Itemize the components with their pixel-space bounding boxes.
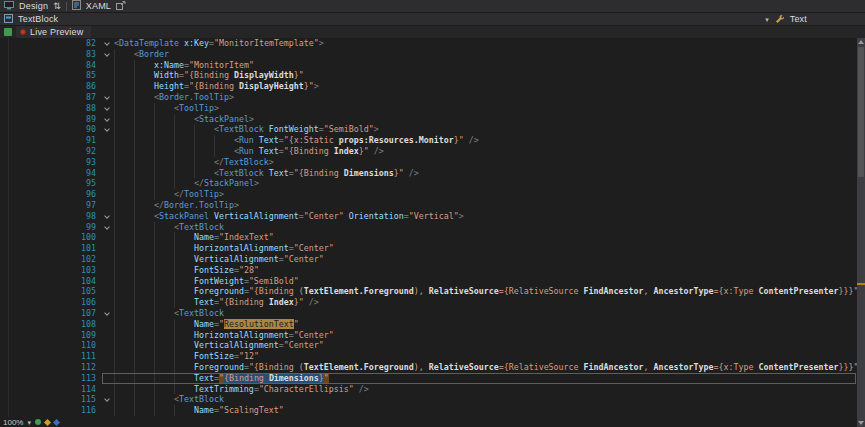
code-line[interactable]: 116Name="ScalingText" bbox=[0, 405, 857, 416]
indent-guides bbox=[114, 243, 194, 254]
fold-gutter bbox=[101, 265, 114, 276]
fold-chevron-icon[interactable] bbox=[101, 124, 114, 135]
code-line[interactable]: 94<TextBlock Text="{Binding Dimensions}"… bbox=[0, 168, 857, 179]
code-token: "Center" bbox=[284, 340, 324, 350]
code-token: VerticalAlignment bbox=[194, 254, 279, 264]
design-tab[interactable]: Design bbox=[19, 1, 48, 11]
code-line[interactable]: 112Foreground="{Binding (TextElement.For… bbox=[0, 362, 857, 373]
code-token: }}}" bbox=[838, 362, 857, 372]
code-text: Foreground="{Binding (TextElement.Foregr… bbox=[114, 362, 857, 373]
code-token: ResolutionText bbox=[224, 319, 294, 329]
fold-chevron-icon[interactable] bbox=[101, 394, 114, 405]
quick-action-label[interactable]: Text bbox=[790, 14, 807, 24]
zoom-dropdown-icon[interactable]: ▾ bbox=[27, 419, 31, 426]
code-token: > bbox=[374, 124, 379, 134]
code-text: <TextBlock bbox=[114, 308, 857, 319]
code-token: }" bbox=[294, 70, 304, 80]
code-token: "{Binding bbox=[184, 70, 234, 80]
fold-chevron-icon[interactable] bbox=[101, 114, 114, 125]
scrollbar-thumb[interactable] bbox=[858, 47, 864, 177]
breadcrumb-element[interactable]: TextBlock bbox=[18, 14, 58, 24]
zoom-level[interactable]: 100% bbox=[3, 418, 23, 427]
code-line[interactable]: 110VerticalAlignment="Center" bbox=[0, 340, 857, 351]
code-text: <Run Text="{x:Static props:Resources.Mon… bbox=[114, 135, 857, 146]
code-line[interactable]: 101HorizontalAlignment="Center" bbox=[0, 243, 857, 254]
code-line[interactable]: 91<Run Text="{x:Static props:Resources.M… bbox=[0, 135, 857, 146]
code-line[interactable]: 114TextTrimming="CharacterEllipsis" /> bbox=[0, 384, 857, 395]
code-text: HorizontalAlignment="Center" bbox=[114, 243, 857, 254]
code-line[interactable]: 109HorizontalAlignment="Center" bbox=[0, 330, 857, 341]
code-token: > bbox=[249, 114, 254, 124]
fold-gutter bbox=[101, 70, 114, 81]
code-line[interactable]: 99<TextBlock bbox=[0, 222, 857, 233]
code-line[interactable]: 102VerticalAlignment="Center" bbox=[0, 254, 857, 265]
code-line[interactable]: 83<Border bbox=[0, 49, 857, 60]
code-token: Width bbox=[154, 70, 179, 80]
code-line[interactable]: 113Text="{Binding Dimensions}" bbox=[0, 373, 857, 384]
fold-chevron-icon[interactable] bbox=[101, 38, 114, 49]
popout-window-icon[interactable] bbox=[116, 1, 126, 12]
xaml-tab[interactable]: XAML bbox=[86, 1, 111, 11]
code-line[interactable]: 107<TextBlock bbox=[0, 308, 857, 319]
code-line[interactable]: 96</ToolTip> bbox=[0, 189, 857, 200]
code-token: TextBlock bbox=[179, 308, 224, 318]
code-token: "MonitorItem" bbox=[189, 60, 254, 70]
code-token: TextBlock bbox=[224, 157, 269, 167]
vertical-scrollbar[interactable] bbox=[857, 38, 865, 427]
code-token: TextElement.Foreground bbox=[304, 362, 414, 372]
fold-chevron-icon[interactable] bbox=[101, 222, 114, 233]
status-yellow-icon[interactable] bbox=[44, 418, 51, 425]
code-line[interactable]: 106Text="{Binding Index}" /> bbox=[0, 297, 857, 308]
code-line[interactable]: 104FontWeight="SemiBold" bbox=[0, 276, 857, 287]
code-token: , bbox=[644, 286, 654, 296]
code-line[interactable]: 100Name="IndexText" bbox=[0, 232, 857, 243]
code-editor[interactable]: 82<DataTemplate x:Key="MonitorItemTempla… bbox=[0, 38, 857, 427]
code-token: Height bbox=[154, 81, 184, 91]
code-line[interactable]: 86Height="{Binding DisplayHeight}"> bbox=[0, 81, 857, 92]
code-line[interactable]: 84x:Name="MonitorItem" bbox=[0, 60, 857, 71]
code-line[interactable]: 87<Border.ToolTip> bbox=[0, 92, 857, 103]
code-text: <TextBlock FontWeight="SemiBold"> bbox=[114, 124, 857, 135]
swap-panes-icon[interactable]: ⇅ bbox=[53, 2, 61, 11]
code-text: </StackPanel> bbox=[114, 178, 857, 189]
code-token: RelativeSource bbox=[429, 286, 499, 296]
fold-chevron-icon[interactable] bbox=[101, 308, 114, 319]
live-preview-device-icon bbox=[4, 28, 12, 36]
line-number: 96 bbox=[0, 189, 101, 200]
code-line[interactable]: 97</Border.ToolTip> bbox=[0, 200, 857, 211]
code-line[interactable]: 105Foreground="{Binding (TextElement.For… bbox=[0, 286, 857, 297]
code-line[interactable]: 98<StackPanel VerticalAlignment="Center"… bbox=[0, 211, 857, 222]
fold-chevron-icon[interactable] bbox=[101, 103, 114, 114]
code-line[interactable]: 88<ToolTip> bbox=[0, 103, 857, 114]
fold-chevron-icon[interactable] bbox=[101, 211, 114, 222]
wrench-icon[interactable] bbox=[775, 14, 784, 25]
code-line[interactable]: 90<TextBlock FontWeight="SemiBold"> bbox=[0, 124, 857, 135]
code-line[interactable]: 115<TextBlock bbox=[0, 394, 857, 405]
scroll-up-icon[interactable] bbox=[858, 40, 864, 44]
fold-chevron-icon[interactable] bbox=[101, 92, 114, 103]
code-line[interactable]: 108Name="ResolutionText" bbox=[0, 319, 857, 330]
line-number: 90 bbox=[0, 124, 101, 135]
code-lines: 82<DataTemplate x:Key="MonitorItemTempla… bbox=[0, 38, 857, 416]
status-blue-icon[interactable] bbox=[53, 418, 60, 425]
code-line[interactable]: 111FontSize="12" bbox=[0, 351, 857, 362]
code-token: StackPanel bbox=[204, 178, 254, 188]
dropdown-chevron-icon[interactable]: ▾ bbox=[765, 16, 769, 23]
scroll-down-icon[interactable] bbox=[858, 421, 864, 425]
code-token: Foreground bbox=[194, 362, 244, 372]
code-token: x:Name bbox=[154, 60, 184, 70]
code-token: > bbox=[219, 189, 224, 199]
fold-chevron-icon[interactable] bbox=[101, 49, 114, 60]
code-line[interactable]: 95</StackPanel> bbox=[0, 178, 857, 189]
code-line[interactable]: 92<Run Text="{Binding Index}" /> bbox=[0, 146, 857, 157]
code-line[interactable]: 85Width="{Binding DisplayWidth}" bbox=[0, 70, 857, 81]
code-token: "Center" bbox=[304, 211, 344, 221]
code-line[interactable]: 93</TextBlock> bbox=[0, 157, 857, 168]
status-green-icon[interactable] bbox=[35, 419, 41, 425]
indent-guides bbox=[114, 124, 214, 135]
code-line[interactable]: 89<StackPanel> bbox=[0, 114, 857, 125]
code-line[interactable]: 103FontSize="28" bbox=[0, 265, 857, 276]
code-line[interactable]: 82<DataTemplate x:Key="MonitorItemTempla… bbox=[0, 38, 857, 49]
live-preview-tab[interactable]: Live Preview bbox=[16, 26, 91, 38]
indent-guides bbox=[114, 49, 134, 60]
